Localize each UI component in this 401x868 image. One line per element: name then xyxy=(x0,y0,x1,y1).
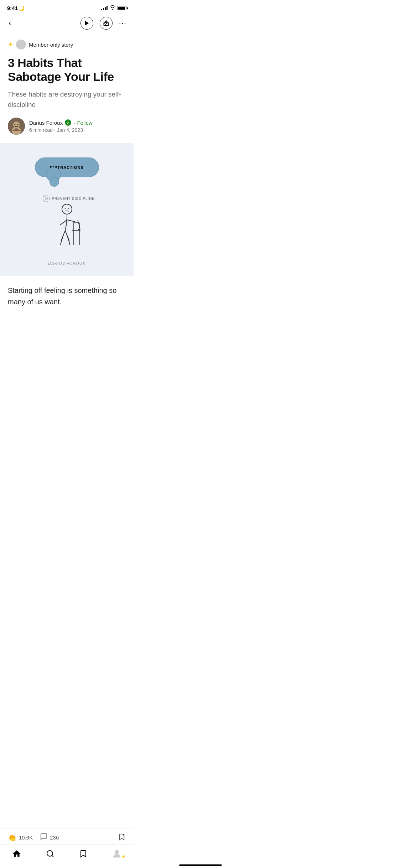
wifi-icon xyxy=(110,5,115,11)
article-container: ✦ Member-only story 3 Habits That Sabota… xyxy=(0,34,134,135)
moon-icon: 🌙 xyxy=(19,5,25,11)
author-name: Darius Foroux xyxy=(29,120,63,126)
svg-point-7 xyxy=(14,128,19,131)
svg-marker-0 xyxy=(85,21,89,26)
member-badge: ✦ Member-only story xyxy=(8,40,126,50)
image-credit: DARIUS FOROUX xyxy=(48,261,85,265)
svg-point-5 xyxy=(17,124,19,125)
author-avatar xyxy=(8,118,25,135)
member-star-icon: ✦ xyxy=(8,41,13,48)
dot-separator: · xyxy=(73,120,75,126)
article-image: DISTRACTIONS PREVENT DISCIPLINE xyxy=(0,143,134,276)
status-icons xyxy=(101,5,126,11)
author-section: Darius Foroux · Follow 6 min read · Jan … xyxy=(8,118,126,135)
more-options-button[interactable]: ··· xyxy=(119,19,126,28)
article-title: 3 Habits That Sabotage Your Life xyxy=(8,56,126,84)
battery-icon xyxy=(118,6,126,10)
follow-button[interactable]: Follow xyxy=(77,120,92,126)
verified-badge-icon xyxy=(65,119,71,126)
nav-right: ··· xyxy=(80,17,126,30)
back-button[interactable]: ‹ xyxy=(7,17,12,29)
article-body: Starting off feeling is something so man… xyxy=(0,276,134,308)
signal-bars-icon xyxy=(101,6,108,10)
article-body-text: Starting off feeling is something so man… xyxy=(8,285,126,308)
distractions-cloud: DISTRACTIONS xyxy=(35,157,99,177)
cloud-text: DISTRACTIONS xyxy=(50,165,84,170)
svg-line-14 xyxy=(78,220,80,229)
status-time: 9:41🌙 xyxy=(7,5,25,11)
illustration: DISTRACTIONS PREVENT DISCIPLINE xyxy=(35,157,99,255)
svg-point-8 xyxy=(62,204,72,214)
nav-left: ‹ xyxy=(7,17,12,29)
article-meta: 6 min read · Jan 4, 2023 xyxy=(29,127,126,133)
svg-point-4 xyxy=(15,124,16,125)
share-button[interactable] xyxy=(100,17,113,30)
author-info: Darius Foroux · Follow 6 min read · Jan … xyxy=(29,119,126,133)
member-badge-text: Member-only story xyxy=(29,42,73,48)
author-name-row: Darius Foroux · Follow xyxy=(29,119,126,126)
play-button[interactable] xyxy=(80,17,93,30)
article-subtitle: These habits are destroying your self-di… xyxy=(8,89,126,110)
member-avatar xyxy=(16,40,26,50)
nav-bar: ‹ ··· xyxy=(0,14,134,34)
stick-figure-icon xyxy=(46,198,88,255)
status-bar: 9:41🌙 xyxy=(0,0,134,14)
